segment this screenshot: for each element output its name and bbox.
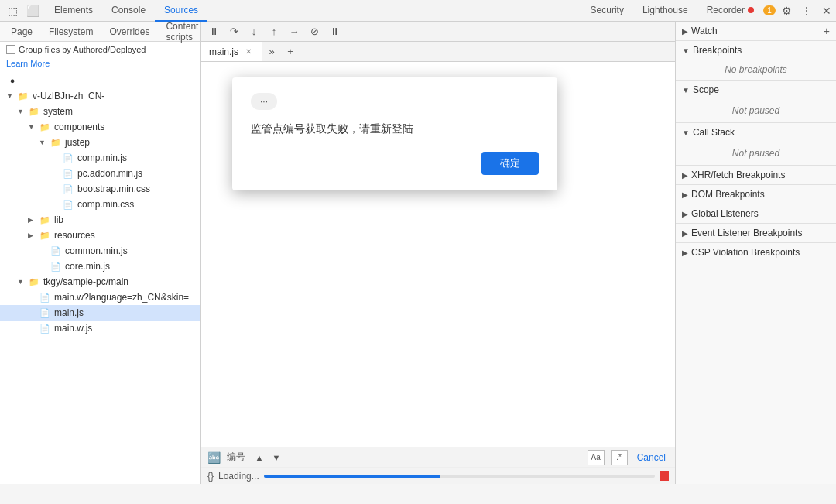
tree-label: common.min.js — [65, 245, 128, 256]
recorder-label: Recorder — [707, 5, 745, 15]
watch-section: ▶ Watch + — [676, 22, 836, 41]
tree-label: system — [43, 106, 73, 117]
learn-more-link[interactable]: Learn More — [0, 57, 200, 70]
list-item[interactable]: ▼ 📁 justep — [0, 135, 200, 150]
tab-elements[interactable]: Elements — [45, 0, 102, 22]
xhr-fetch-section: ▶ XHR/fetch Breakpoints — [676, 166, 836, 185]
list-item[interactable]: ▶ 📁 lib — [0, 212, 200, 228]
more-tabs-button[interactable]: » — [262, 43, 281, 61]
folder-icon: 📁 — [39, 229, 51, 242]
tree-arrow: ▼ — [39, 139, 50, 146]
tree-label: main.w.js — [54, 323, 92, 334]
scope-header[interactable]: ▼ Scope — [676, 81, 836, 99]
list-item[interactable]: 📄 main.w?language=zh_CN&skin= — [0, 290, 200, 305]
match-case-button[interactable]: Aa — [588, 450, 605, 465]
new-tab-button[interactable]: + — [281, 43, 300, 61]
tab-security[interactable]: Security — [581, 0, 633, 22]
scope-label: Scope — [693, 84, 719, 95]
sub-tab-page[interactable]: Page — [3, 22, 40, 42]
list-item[interactable]: 📄 common.min.js — [0, 243, 200, 259]
list-item[interactable]: 📄 pc.addon.min.js — [0, 166, 200, 181]
list-item[interactable]: ▼ 📁 components — [0, 119, 200, 135]
step-over-button[interactable]: ↷ — [224, 22, 243, 41]
watch-header[interactable]: ▶ Watch + — [676, 22, 836, 40]
editor-tab-close[interactable]: ✕ — [243, 46, 254, 57]
tab-sources[interactable]: Sources — [155, 0, 207, 22]
dom-arrow-icon: ▶ — [682, 190, 688, 199]
file-tree: ● ▼ 📁 v-UzIBJn-zh_CN- ▼ 📁 system ▼ 📁 — [0, 70, 200, 484]
list-item[interactable]: 📄 main.js — [0, 305, 200, 321]
dialog-url-pill: ··· — [251, 93, 277, 110]
list-item[interactable]: ▼ 📁 tkgy/sample-pc/main — [0, 274, 200, 290]
editor-area[interactable]: ··· 监管点编号获取失败，请重新登陆 确定 — [201, 62, 675, 447]
editor-tab-main-js[interactable]: main.js ✕ — [201, 42, 262, 62]
dialog-confirm-button[interactable]: 确定 — [481, 152, 539, 175]
settings-icon[interactable]: ⚙ — [777, 2, 796, 20]
list-item[interactable]: 📄 main.w.js — [0, 321, 200, 336]
csp-header[interactable]: ▶ CSP Violation Breakpoints — [676, 243, 836, 262]
step-out-button[interactable]: ↑ — [265, 22, 283, 41]
event-listener-label: Event Listener Breakpoints — [691, 228, 802, 238]
dialog-buttons: 确定 — [251, 152, 539, 175]
global-listeners-section: ▶ Global Listeners — [676, 204, 836, 224]
file-js-icon: 📄 — [62, 152, 74, 164]
global-listeners-header[interactable]: ▶ Global Listeners — [676, 204, 836, 223]
tree-label: tkgy/sample-pc/main — [43, 276, 128, 287]
tree-label: main.js — [54, 307, 84, 318]
list-item[interactable]: 📄 comp.min.js — [0, 150, 200, 166]
call-stack-header[interactable]: ▼ Call Stack — [676, 123, 836, 142]
search-up-button[interactable]: ▲ — [252, 450, 267, 465]
tab-console[interactable]: Console — [102, 0, 155, 22]
tree-root[interactable]: ● — [0, 73, 200, 88]
notification-badge: 1 — [763, 5, 776, 15]
search-cancel-button[interactable]: Cancel — [634, 452, 669, 463]
sub-tab-filesystem[interactable]: Filesystem — [41, 22, 101, 42]
scope-section: ▼ Scope Not paused — [676, 81, 836, 123]
pause-resume-button[interactable]: ⏸ — [204, 22, 223, 41]
sub-tab-content-scripts[interactable]: Content scripts — [158, 22, 201, 42]
device-icon[interactable]: ⬜ — [23, 2, 42, 20]
list-item[interactable]: 📄 bootstrap.min.css — [0, 181, 200, 197]
editor-search-bar: 🔤 编号 ▲ ▼ Aa .* Cancel — [201, 447, 675, 467]
regex-button[interactable]: .* — [611, 450, 628, 465]
list-item[interactable]: ▶ 📁 resources — [0, 228, 200, 243]
breakpoints-header[interactable]: ▼ Breakpoints — [676, 41, 836, 60]
list-item[interactable]: 📄 core.min.js — [0, 259, 200, 274]
event-listener-header[interactable]: ▶ Event Listener Breakpoints — [676, 224, 836, 242]
list-item[interactable]: ▼ 📁 v-UzIBJn-zh_CN- — [0, 88, 200, 104]
search-icon-label: 🔤 — [207, 451, 221, 464]
dom-header[interactable]: ▶ DOM Breakpoints — [676, 185, 836, 204]
loading-stop-button[interactable] — [660, 471, 669, 481]
tree-label: core.min.js — [65, 261, 110, 272]
search-down-button[interactable]: ▼ — [269, 450, 284, 465]
tree-root-icon: ● — [6, 74, 19, 87]
inspect-icon[interactable]: ⬚ — [3, 2, 22, 20]
scope-not-paused-label: Not paused — [676, 99, 836, 122]
call-stack-section: ▼ Call Stack Not paused — [676, 123, 836, 166]
group-files-checkbox[interactable] — [6, 45, 15, 54]
sources-sub-tabs: Page Filesystem Overrides Content script… — [0, 22, 200, 42]
tab-lighthouse[interactable]: Lighthouse — [633, 0, 697, 22]
sub-tab-overrides[interactable]: Overrides — [101, 22, 157, 42]
step-button[interactable]: → — [285, 22, 303, 41]
close-icon[interactable]: ✕ — [817, 2, 836, 20]
main-layout: Page Filesystem Overrides Content script… — [0, 22, 836, 484]
loading-progress-bar — [264, 475, 655, 478]
tab-recorder[interactable]: Recorder — [697, 0, 763, 22]
more-icon[interactable]: ⋮ — [797, 2, 816, 20]
list-item[interactable]: ▼ 📁 system — [0, 104, 200, 119]
loading-progress-fill — [264, 475, 440, 478]
devtools-right-icons: 1 ⚙ ⋮ ✕ — [763, 2, 836, 20]
list-item[interactable]: 📄 comp.min.css — [0, 197, 200, 212]
devtools-header: ⬚ ⬜ Elements Console Sources Security Li… — [0, 0, 836, 22]
dialog-box: ··· 监管点编号获取失败，请重新登陆 确定 — [232, 77, 557, 190]
folder-open-icon: 📁 — [28, 105, 40, 118]
pause-exceptions-button[interactable]: ⏸ — [325, 22, 344, 41]
xhr-fetch-header[interactable]: ▶ XHR/fetch Breakpoints — [676, 166, 836, 184]
watch-add-button[interactable]: + — [824, 25, 830, 37]
call-stack-arrow-icon: ▼ — [682, 129, 690, 137]
tree-arrow: ▼ — [28, 123, 39, 131]
deactivate-button[interactable]: ⊘ — [305, 22, 324, 41]
file-css-icon: 📄 — [62, 198, 74, 211]
step-into-button[interactable]: ↓ — [245, 22, 263, 41]
